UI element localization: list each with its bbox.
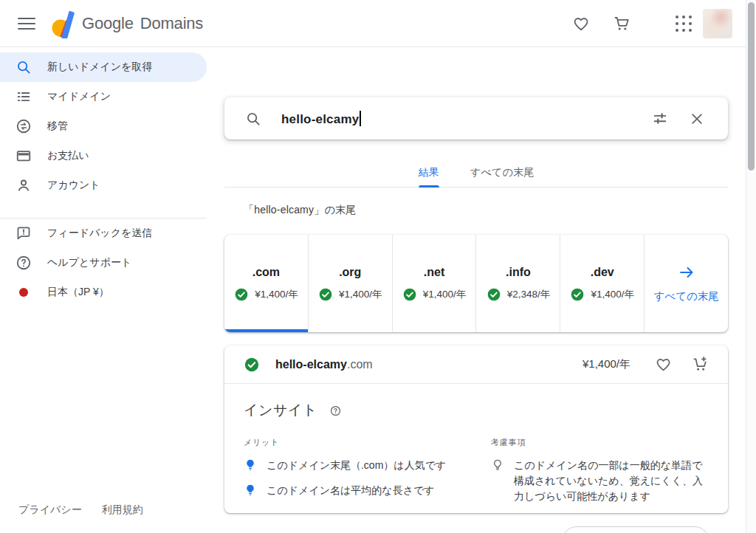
sidebar-item-label: 移管 bbox=[47, 120, 68, 133]
feedback-icon bbox=[15, 224, 32, 242]
lightbulb-outline-icon bbox=[491, 458, 504, 504]
tld-card-net[interactable]: .net ¥1,400/年 bbox=[393, 235, 477, 332]
sidebar: 新しいドメインを取得 マイドメイン 移管 お支払い アカウント bbox=[0, 47, 207, 533]
header-actions bbox=[572, 9, 746, 38]
active-tab-indicator bbox=[419, 185, 439, 188]
insights-section: インサイト メリット このドメイン末尾（.com）は人気です bbox=[224, 384, 728, 504]
cons-label: 考慮事項 bbox=[491, 437, 709, 448]
domain-result-row[interactable]: hello-elcamy.com ¥1,400/年 bbox=[224, 345, 728, 384]
sidebar-item-label: アカウント bbox=[47, 179, 100, 192]
insight-pro-item: このドメイン名は平均的な長さです bbox=[244, 483, 491, 498]
brand-name-google: Google bbox=[82, 14, 134, 33]
sidebar-item-label: マイドメイン bbox=[47, 90, 111, 103]
check-circle-icon bbox=[570, 287, 585, 302]
privacy-link[interactable]: プライバシー bbox=[18, 503, 82, 517]
text-caret bbox=[360, 111, 361, 126]
insights-title: インサイト bbox=[244, 401, 317, 420]
insight-con-item: このドメイン名の一部は一般的な単語で構成されていないため、覚えにくく、入力しづら… bbox=[491, 458, 709, 504]
clear-search-icon[interactable] bbox=[688, 110, 706, 128]
scrollbar-thumb[interactable] bbox=[748, 2, 755, 171]
result-card: hello-elcamy.com ¥1,400/年 インサイト bbox=[224, 345, 728, 513]
insight-pro-item: このドメイン末尾（.com）は人気です bbox=[244, 458, 491, 473]
result-price: ¥1,400/年 bbox=[583, 357, 630, 371]
sidebar-item-account[interactable]: アカウント bbox=[0, 171, 207, 200]
tld-card-com[interactable]: .com ¥1,400/年 bbox=[224, 235, 309, 332]
sidebar-item-help-support[interactable]: ヘルプとサポート bbox=[0, 248, 207, 278]
page-scrollbar[interactable] bbox=[746, 0, 756, 533]
hamburger-menu-icon[interactable] bbox=[18, 15, 35, 32]
check-circle-icon bbox=[244, 357, 260, 373]
add-to-cart-icon[interactable] bbox=[691, 356, 709, 374]
app-header: Google Domains bbox=[0, 0, 746, 47]
lightbulb-filled-icon bbox=[244, 484, 257, 498]
terms-link[interactable]: 利用規約 bbox=[102, 503, 143, 517]
sidebar-item-label: お支払い bbox=[47, 149, 89, 162]
google-domains-logo-icon bbox=[52, 9, 75, 38]
search-input[interactable]: hello-elcamy bbox=[281, 111, 361, 127]
sidebar-item-transfer[interactable]: 移管 bbox=[0, 111, 207, 141]
sidebar-item-get-new-domain[interactable]: 新しいドメインを取得 bbox=[0, 52, 207, 82]
insights-help-icon[interactable] bbox=[330, 405, 342, 416]
footer-links: プライバシー 利用規約 bbox=[18, 503, 143, 517]
help-icon bbox=[15, 254, 32, 272]
tab-results[interactable]: 結果 bbox=[419, 159, 439, 187]
tld-card-info[interactable]: .info ¥2,348/年 bbox=[476, 235, 560, 332]
domain-search-box[interactable]: hello-elcamy bbox=[224, 97, 728, 140]
insights-cons-column: 考慮事項 このドメイン名の一部は一般的な単語で構成されていないため、覚えにくく、… bbox=[491, 437, 709, 504]
transfer-icon bbox=[15, 117, 32, 135]
tld-cards-row: .com ¥1,400/年 .org ¥1,400/年 .net ¥1,400 bbox=[224, 235, 728, 332]
sidebar-item-label: 日本（JP ¥） bbox=[47, 286, 109, 299]
sidebar-item-label: ヘルプとサポート bbox=[47, 256, 131, 269]
check-circle-icon bbox=[318, 287, 333, 302]
tld-card-org[interactable]: .org ¥1,400/年 bbox=[309, 235, 393, 332]
sidebar-item-locale[interactable]: 日本（JP ¥） bbox=[0, 278, 207, 307]
tab-all-endings[interactable]: すべての末尾 bbox=[470, 159, 535, 187]
check-circle-icon bbox=[402, 287, 417, 302]
insights-pros-column: メリット このドメイン末尾（.com）は人気です このドメイン名は平均的な長さ bbox=[244, 437, 491, 504]
all-endings-card[interactable]: すべての末尾 bbox=[645, 235, 728, 332]
main-content: hello-elcamy 結果 すべての末尾 「hello-elcamy」の末尾 bbox=[207, 47, 746, 533]
credit-card-icon bbox=[15, 147, 32, 165]
lightbulb-filled-icon bbox=[244, 458, 257, 473]
sidebar-item-label: 新しいドメインを取得 bbox=[47, 61, 152, 74]
sidebar-item-my-domains[interactable]: マイドメイン bbox=[0, 82, 207, 111]
brand-name-product: Domains bbox=[140, 14, 203, 33]
japan-flag-icon bbox=[15, 283, 32, 301]
google-apps-grid-icon[interactable] bbox=[675, 15, 693, 32]
favorite-heart-icon[interactable] bbox=[654, 356, 672, 374]
brand-logo[interactable]: Google Domains bbox=[52, 9, 203, 38]
search-icon bbox=[15, 58, 32, 76]
check-circle-icon bbox=[234, 287, 249, 302]
sidebar-item-label: フィードバックを送信 bbox=[47, 227, 152, 240]
results-tabs: 結果 すべての末尾 bbox=[224, 159, 728, 188]
filter-tune-icon[interactable] bbox=[651, 110, 669, 128]
tld-card-dev[interactable]: .dev ¥1,400/年 bbox=[560, 235, 645, 332]
person-icon bbox=[15, 176, 32, 194]
pros-label: メリット bbox=[244, 437, 491, 448]
more-results-button[interactable] bbox=[562, 526, 709, 533]
endings-heading: 「hello-elcamy」の末尾 bbox=[244, 204, 356, 217]
account-avatar[interactable] bbox=[703, 9, 732, 38]
list-icon bbox=[15, 88, 32, 106]
search-icon bbox=[245, 111, 261, 127]
check-circle-icon bbox=[487, 287, 501, 302]
google-domains-app: Google Domains 新しいドメインを取得 bbox=[0, 0, 756, 533]
arrow-forward-icon bbox=[678, 264, 695, 281]
result-domain-name: hello-elcamy.com bbox=[275, 358, 373, 371]
sidebar-item-send-feedback[interactable]: フィードバックを送信 bbox=[0, 219, 207, 248]
selected-tld-indicator bbox=[224, 329, 308, 332]
favorites-heart-icon[interactable] bbox=[572, 15, 590, 32]
sidebar-item-billing[interactable]: お支払い bbox=[0, 141, 207, 171]
cart-icon[interactable] bbox=[613, 15, 630, 32]
